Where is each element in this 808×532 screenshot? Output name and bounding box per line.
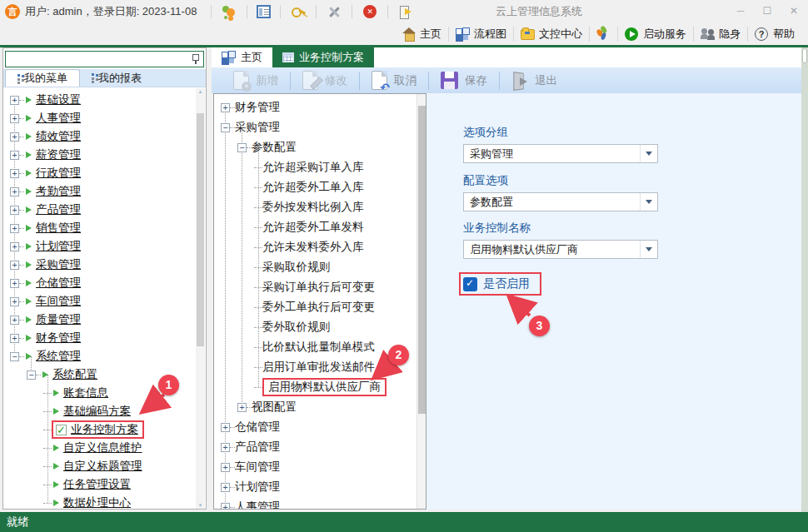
scrollbar-thumb[interactable]: [802, 48, 807, 63]
search-input[interactable]: [6, 52, 192, 66]
config-tree-item[interactable]: +人事管理: [214, 497, 426, 510]
scroll-down-icon[interactable]: ▼: [197, 503, 204, 508]
config-tree-item[interactable]: 允许超委外工单入库: [214, 177, 426, 197]
nav-item-flowchart[interactable]: 流程图: [449, 24, 513, 44]
scrollbar-thumb[interactable]: [418, 106, 426, 414]
tab-business-control[interactable]: 业务控制方案: [272, 47, 374, 67]
tools-icon[interactable]: [326, 4, 342, 19]
sidebar-tree-item[interactable]: +薪资管理: [3, 146, 206, 164]
config-tree-item[interactable]: 允许超采购订单入库: [214, 157, 426, 177]
config-tree-item[interactable]: 允许超委外工单发料: [214, 217, 426, 237]
checkbox-checked-icon[interactable]: [463, 277, 477, 291]
expand-icon[interactable]: +: [10, 224, 19, 233]
expand-icon[interactable]: +: [237, 403, 247, 412]
expand-icon[interactable]: +: [221, 483, 230, 492]
config-tree-item[interactable]: +仓储管理: [214, 417, 426, 437]
expand-icon[interactable]: +: [221, 443, 230, 452]
expand-icon[interactable]: +: [221, 463, 230, 472]
toolbar-button-edit-doc[interactable]: 修改: [291, 69, 359, 92]
config-tree-item[interactable]: 启用物料默认供应厂商: [214, 377, 426, 397]
config-tree-item[interactable]: +视图配置: [214, 397, 426, 417]
sidebar-tree-item[interactable]: +仓储管理: [3, 274, 206, 292]
collapse-icon[interactable]: −: [27, 370, 36, 380]
config-tree-item[interactable]: +产品管理: [214, 437, 426, 457]
expand-icon[interactable]: +: [10, 316, 19, 325]
sidebar-tree-item[interactable]: +行政管理: [3, 164, 206, 182]
expand-icon[interactable]: +: [10, 96, 19, 105]
nav-item-butterfly[interactable]: [590, 24, 617, 44]
config-option-dropdown[interactable]: 参数配置: [463, 192, 658, 211]
expand-icon[interactable]: +: [10, 242, 19, 251]
toolbar-button-exit-door[interactable]: 退出: [500, 69, 569, 92]
sidebar-tree-item[interactable]: +计划管理: [3, 237, 206, 256]
scroll-up-icon[interactable]: ▲: [197, 89, 204, 94]
tab-home[interactable]: 主页: [212, 47, 272, 67]
expand-icon[interactable]: +: [10, 334, 19, 343]
minimize-button[interactable]: ─: [731, 4, 750, 19]
sidebar-tree-item[interactable]: +考勤管理: [3, 182, 206, 201]
tab-my-reports[interactable]: 我的报表: [80, 69, 153, 87]
pin-icon[interactable]: [192, 54, 199, 64]
nav-item-help[interactable]: 帮助: [748, 24, 801, 44]
config-tree-item[interactable]: −采购管理: [214, 117, 426, 137]
maximize-button[interactable]: ☐: [758, 4, 776, 19]
checkbox-checked-icon[interactable]: [56, 425, 67, 435]
collapse-icon[interactable]: −: [237, 143, 247, 152]
nav-item-people[interactable]: 隐身: [694, 24, 747, 44]
sidebar-tree-item[interactable]: 自定义标题管理: [3, 457, 206, 475]
chevron-down-icon[interactable]: [640, 241, 657, 258]
close-button[interactable]: ✕: [785, 4, 803, 19]
sidebar-tree-item[interactable]: +采购管理: [3, 256, 206, 274]
sidebar-tree-item[interactable]: +财务管理: [3, 329, 206, 347]
config-tree-item[interactable]: 委外按发料比例入库: [214, 197, 426, 217]
sidebar-tree-item[interactable]: +基础设置: [3, 91, 206, 109]
key-icon[interactable]: [290, 4, 307, 19]
nav-item-play[interactable]: 启动服务: [618, 24, 693, 44]
logout-icon[interactable]: [397, 4, 414, 19]
expand-icon[interactable]: +: [221, 503, 230, 510]
toolbar-button-save[interactable]: 保存: [429, 69, 499, 92]
search-box[interactable]: [5, 51, 204, 67]
expand-icon[interactable]: +: [221, 103, 230, 112]
expand-icon[interactable]: +: [10, 187, 19, 196]
expand-icon[interactable]: +: [10, 297, 19, 306]
toolbar-button-undo-doc[interactable]: 取消: [360, 69, 428, 92]
sidebar-tree-item[interactable]: 基础编码方案: [3, 402, 206, 420]
collapse-icon[interactable]: −: [221, 123, 230, 132]
expand-icon[interactable]: +: [10, 261, 19, 270]
stop-icon[interactable]: [362, 4, 378, 19]
sidebar-tree-item[interactable]: 业务控制方案: [3, 420, 206, 439]
sidebar-tree-item[interactable]: 自定义信息维护: [3, 439, 206, 457]
sidebar-tree-item[interactable]: 数据处理中心: [3, 494, 206, 509]
sidebar-tree-item[interactable]: +人事管理: [3, 109, 206, 127]
expand-icon[interactable]: +: [221, 423, 230, 432]
config-tree-item[interactable]: 委外取价规则: [214, 317, 426, 337]
expand-icon[interactable]: +: [10, 279, 19, 288]
sidebar-tree-item[interactable]: −系统管理: [3, 347, 206, 365]
control-name-dropdown[interactable]: 启用物料默认供应厂商: [463, 240, 658, 259]
window-scrollbar[interactable]: [801, 47, 808, 512]
expand-icon[interactable]: +: [10, 151, 19, 160]
sidebar-tree-item[interactable]: 任务管理设置: [3, 475, 206, 494]
chevron-down-icon[interactable]: [640, 145, 657, 162]
config-tree-item[interactable]: −参数配置: [214, 137, 426, 157]
scrollbar-thumb[interactable]: [197, 113, 204, 346]
toolbar-button-add-doc[interactable]: 新增: [222, 69, 290, 92]
form-icon[interactable]: [257, 5, 271, 18]
nav-item-home[interactable]: 主页: [395, 24, 448, 44]
config-tree-item[interactable]: +车间管理: [214, 457, 426, 477]
option-group-dropdown[interactable]: 采购管理: [463, 144, 658, 163]
sidebar-scrollbar[interactable]: ▲ ▼: [196, 88, 205, 509]
sidebar-tree-item[interactable]: +绩效管理: [3, 127, 206, 146]
config-tree-item[interactable]: +财务管理: [214, 97, 426, 117]
enable-checkbox-group[interactable]: 是否启用: [459, 272, 541, 296]
sidebar-tree-item[interactable]: +销售管理: [3, 219, 206, 237]
nav-item-folder[interactable]: 文控中心: [514, 24, 589, 44]
sidebar-tree-item[interactable]: +车间管理: [3, 292, 206, 311]
collapse-icon[interactable]: −: [10, 352, 19, 361]
config-tree-item[interactable]: 采购取价规则: [214, 257, 426, 277]
sidebar-tree-item[interactable]: +质量管理: [3, 311, 206, 329]
expand-icon[interactable]: +: [10, 206, 19, 215]
chevron-down-icon[interactable]: [640, 193, 657, 211]
tab-my-menu[interactable]: 我的菜单: [5, 69, 80, 87]
